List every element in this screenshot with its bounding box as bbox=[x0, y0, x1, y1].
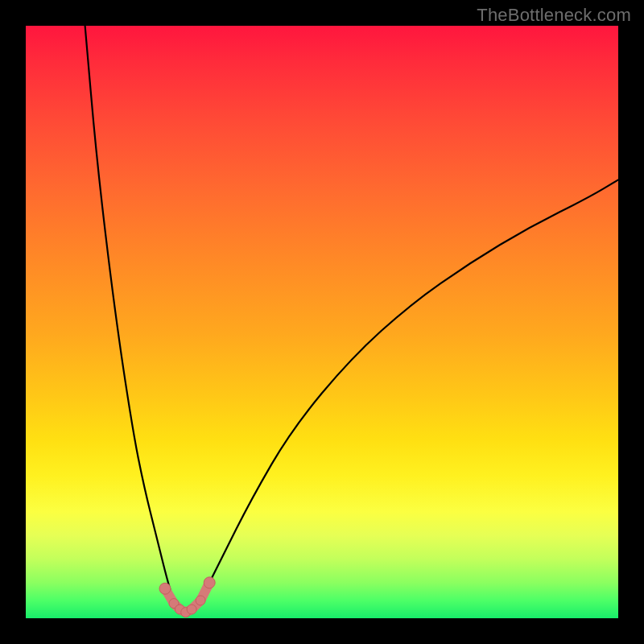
chart-frame: TheBottleneck.com bbox=[0, 0, 644, 644]
minimum-marker-dot bbox=[204, 577, 215, 588]
minimum-marker-dot bbox=[187, 605, 196, 614]
watermark-text: TheBottleneck.com bbox=[477, 5, 631, 26]
minimum-marker-dot bbox=[159, 583, 171, 594]
bottleneck-curve bbox=[26, 26, 618, 618]
chart-plot-area bbox=[26, 26, 618, 618]
curve-line bbox=[85, 26, 618, 614]
minimum-marker-dot bbox=[196, 596, 205, 605]
